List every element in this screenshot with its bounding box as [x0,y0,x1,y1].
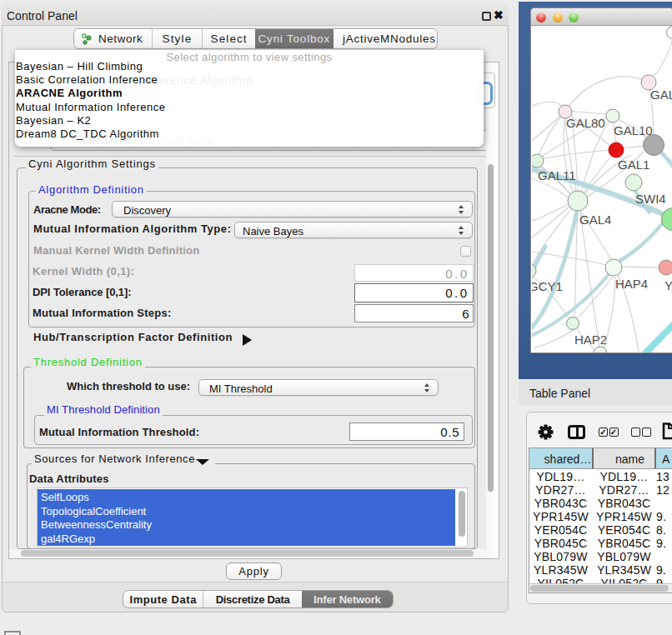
svg-text:GCY1: GCY1 [532,279,563,293]
svg-text:HAP2: HAP2 [574,332,607,347]
svg-text:SWI4: SWI4 [635,192,666,206]
svg-text:YJ: YJ [664,278,672,292]
svg-text:GAL1: GAL1 [618,158,649,172]
svg-text:GAL7: GAL7 [650,88,672,102]
svg-text:GAL10: GAL10 [614,123,653,138]
svg-text:HAP4: HAP4 [615,277,648,291]
svg-text:GAL80: GAL80 [566,116,605,130]
svg-text:GAL11: GAL11 [538,168,576,182]
svg-text:GAL4: GAL4 [579,212,611,227]
